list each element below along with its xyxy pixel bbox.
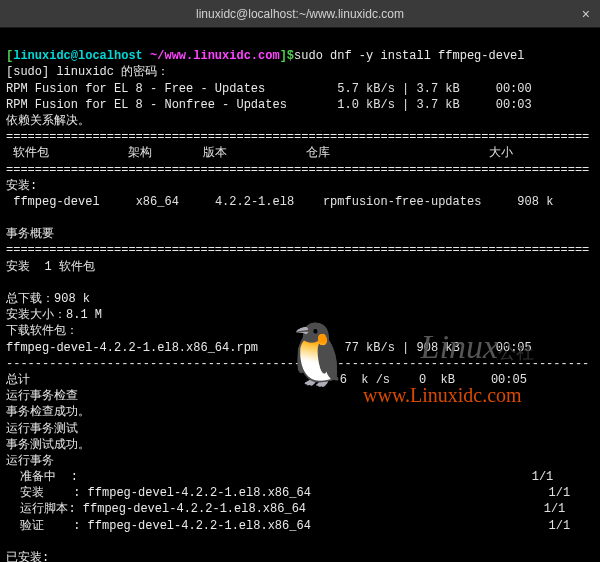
hdr-repo: 仓库 <box>306 146 330 160</box>
pkg-size: 908 k <box>517 195 553 209</box>
step-prepare: 准备中 : <box>20 470 78 484</box>
total-label: 总计 <box>6 373 30 387</box>
download-pkg-hdr: 下载软件包： <box>6 324 78 338</box>
total-speed: 6 k /s <box>340 373 390 387</box>
prompt-user: linuxidc@localhost <box>13 49 143 63</box>
sudo-prompt: [sudo] linuxidc 的密码： <box>6 65 169 79</box>
step-install: 安装 : ffmpeg-devel-4.2.2-1.el8.x86_64 <box>20 486 310 500</box>
repo1-size: 3.7 kB <box>416 82 459 96</box>
hline-1: ========================================… <box>6 130 589 144</box>
install-count: 安装 1 软件包 <box>6 260 95 274</box>
hdr-size: 大小 <box>489 146 513 160</box>
step-script: 运行脚本: ffmpeg-devel-4.2.2-1.el8.x86_64 <box>20 502 306 516</box>
terminal-output[interactable]: [linuxidc@localhost ~/www.linuxidc.com]$… <box>0 28 600 562</box>
prompt-dollar: $ <box>287 49 294 63</box>
step-prepare-count: 1/1 <box>532 470 554 484</box>
pkg-arch: x86_64 <box>136 195 179 209</box>
hdr-arch: 架构 <box>128 146 152 160</box>
install-hdr: 安装: <box>6 179 37 193</box>
dl-size: 908 kB <box>417 341 460 355</box>
close-icon[interactable]: × <box>582 6 590 22</box>
summary-hdr: 事务概要 <box>6 227 54 241</box>
txn-test-ok: 事务测试成功。 <box>6 438 90 452</box>
txn-test: 运行事务测试 <box>6 422 78 436</box>
hdr-ver: 版本 <box>203 146 227 160</box>
hline-2: ========================================… <box>6 163 589 177</box>
command-1: sudo dnf -y install ffmpeg-devel <box>294 49 524 63</box>
repo1-name: RPM Fusion for EL 8 - Free - Updates <box>6 82 265 96</box>
run-txn: 运行事务 <box>6 454 54 468</box>
repo1-speed: 5.7 kB/s <box>337 82 395 96</box>
repo1-time: 00:00 <box>496 82 532 96</box>
dep-resolve: 依赖关系解决。 <box>6 114 90 128</box>
window-titlebar: linuxidc@localhost:~/www.linuxidc.com × <box>0 0 600 28</box>
install-size: 安装大小：8.1 M <box>6 308 102 322</box>
pkg-ver: 4.2.2-1.el8 <box>215 195 294 209</box>
window-title: linuxidc@localhost:~/www.linuxidc.com <box>196 7 404 21</box>
step-install-count: 1/1 <box>549 486 571 500</box>
prompt-bracket-close: ] <box>280 49 287 63</box>
step-verify: 验证 : ffmpeg-devel-4.2.2-1.el8.x86_64 <box>20 519 310 533</box>
dl-time: 00:05 <box>496 341 532 355</box>
installed-hdr: 已安装: <box>6 551 49 562</box>
pkg-name: ffmpeg-devel <box>13 195 99 209</box>
dl-name: ffmpeg-devel-4.2.2-1.el8.x86_64.rpm <box>6 341 258 355</box>
dl-speed: 77 kB/s <box>344 341 394 355</box>
repo2-name: RPM Fusion for EL 8 - Nonfree - Updates <box>6 98 287 112</box>
repo2-size: 3.7 kB <box>417 98 460 112</box>
total-size: 0 kB <box>412 373 455 387</box>
repo2-speed: 1.0 kB/s <box>337 98 395 112</box>
step-script-count: 1/1 <box>544 502 566 516</box>
step-verify-count: 1/1 <box>549 519 571 533</box>
hdr-pkg: 软件包 <box>13 146 49 160</box>
txn-check: 运行事务检查 <box>6 389 78 403</box>
repo2-time: 00:03 <box>496 98 532 112</box>
pkg-repo: rpmfusion-free-updates <box>323 195 481 209</box>
total-time: 00:05 <box>491 373 527 387</box>
hline-3: ========================================… <box>6 243 589 257</box>
txn-check-ok: 事务检查成功。 <box>6 405 90 419</box>
total-download: 总下载：908 k <box>6 292 90 306</box>
prompt-path: ~/www.linuxidc.com <box>150 49 280 63</box>
dashline: ----------------------------------------… <box>6 357 589 371</box>
